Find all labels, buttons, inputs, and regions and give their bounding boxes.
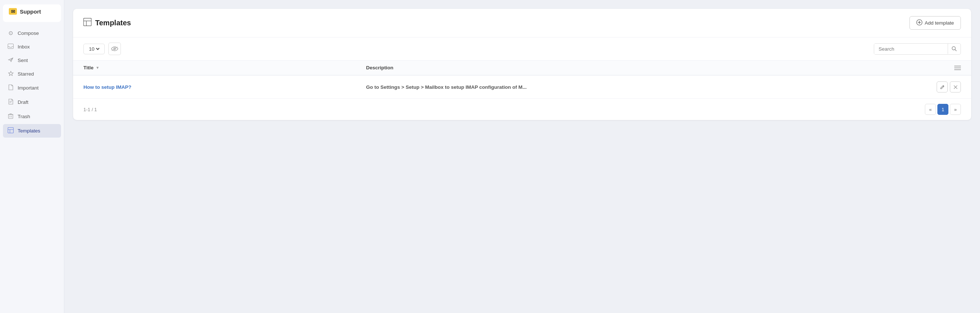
sidebar-item-label: Compose — [18, 30, 39, 36]
page-title: Templates — [95, 19, 131, 27]
toolbar: 10 25 50 — [73, 38, 971, 60]
search-wrap — [874, 43, 961, 55]
svg-rect-8 — [8, 128, 14, 133]
sort-icon: ▼ — [96, 66, 100, 70]
sidebar-item-compose[interactable]: ⊙ Compose — [3, 27, 61, 40]
column-title-header[interactable]: Title ▼ — [83, 65, 366, 70]
delete-button[interactable] — [950, 81, 961, 92]
hide-columns-button[interactable] — [108, 43, 121, 55]
rows-per-page-select-wrap[interactable]: 10 25 50 — [83, 44, 105, 54]
sidebar-item-important[interactable]: Important — [3, 81, 61, 95]
column-description-header: Description — [366, 65, 932, 70]
svg-point-19 — [952, 47, 955, 50]
templates-icon — [7, 127, 14, 134]
sidebar-item-templates[interactable]: Templates — [3, 124, 61, 138]
sidebar-item-trash[interactable]: Trash — [3, 110, 61, 123]
sidebar-item-label: Draft — [18, 100, 28, 105]
row-description-cell: Go to Settings > Setup > Mailbox to setu… — [366, 84, 932, 90]
brand-label: Support — [20, 8, 41, 15]
content-card: Templates Add template 10 25 50 — [73, 9, 971, 120]
edit-button[interactable] — [937, 81, 948, 92]
page-1-button[interactable]: 1 — [937, 104, 948, 115]
next-page-button[interactable]: » — [950, 104, 961, 115]
sidebar-nav: ⊙ Compose Inbox Sent Starred Important — [0, 27, 64, 308]
main-content: Templates Add template 10 25 50 — [64, 0, 980, 313]
pagination-info: 1-1 / 1 — [83, 107, 97, 112]
star-icon — [7, 71, 14, 77]
compose-icon: ⊙ — [7, 30, 14, 36]
sidebar-item-starred[interactable]: Starred — [3, 68, 61, 81]
rows-per-page-select[interactable]: 10 25 50 — [88, 46, 101, 52]
brand-icon: ✉ — [9, 8, 17, 15]
svg-line-20 — [955, 49, 956, 51]
sidebar-item-label: Inbox — [18, 44, 30, 49]
sidebar-item-label: Templates — [18, 128, 40, 134]
column-title-label: Title — [83, 65, 94, 70]
sidebar-item-inbox[interactable]: Inbox — [3, 40, 61, 53]
trash-icon — [7, 113, 14, 120]
search-input[interactable] — [874, 44, 948, 54]
svg-rect-11 — [84, 18, 92, 26]
page-header: Templates Add template — [73, 9, 971, 38]
page-title-wrap: Templates — [83, 18, 131, 28]
table-header: Title ▼ Description — [73, 60, 971, 76]
svg-rect-4 — [8, 114, 13, 119]
pagination-bar: 1-1 / 1 « 1 » — [73, 99, 971, 120]
important-icon — [7, 84, 14, 92]
pagination-controls: « 1 » — [925, 104, 961, 115]
row-actions — [932, 81, 961, 92]
sidebar-item-draft[interactable]: Draft — [3, 95, 61, 109]
templates-title-icon — [83, 18, 92, 28]
table-wrap: Title ▼ Description How to setup IMAP? G… — [73, 60, 971, 120]
row-title-cell: How to setup IMAP? — [83, 84, 366, 90]
sent-icon — [7, 57, 14, 63]
svg-rect-0 — [8, 44, 14, 49]
add-template-label: Add template — [924, 20, 954, 26]
sidebar-brand[interactable]: ✉ Support — [3, 5, 61, 22]
draft-icon — [7, 99, 14, 106]
sidebar: ✉ Support ⊙ Compose Inbox Sent Starred — [0, 0, 64, 313]
template-title-link[interactable]: How to setup IMAP? — [83, 84, 366, 90]
toolbar-left: 10 25 50 — [83, 43, 121, 55]
template-description: Go to Settings > Setup > Mailbox to setu… — [366, 84, 527, 90]
column-actions-header — [932, 65, 961, 70]
add-template-button[interactable]: Add template — [910, 16, 961, 30]
sidebar-item-label: Sent — [18, 58, 28, 63]
sidebar-item-label: Important — [18, 85, 38, 91]
column-description-label: Description — [366, 65, 393, 70]
table-row: How to setup IMAP? Go to Settings > Setu… — [73, 76, 971, 99]
sidebar-item-label: Trash — [18, 114, 30, 119]
add-icon — [916, 19, 922, 27]
sidebar-item-label: Starred — [18, 71, 34, 77]
inbox-icon — [7, 44, 14, 50]
search-button[interactable] — [948, 44, 961, 54]
sidebar-item-sent[interactable]: Sent — [3, 54, 61, 67]
first-page-button[interactable]: « — [925, 104, 936, 115]
